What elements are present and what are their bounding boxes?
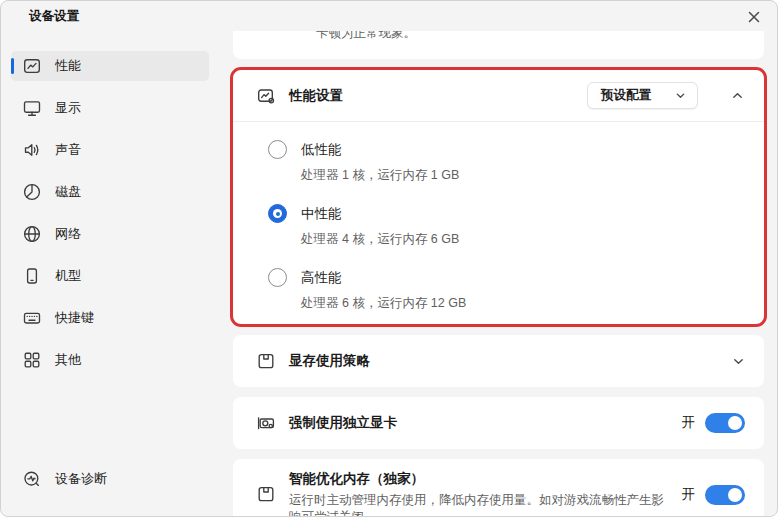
sidebar-item-other[interactable]: 其他 (11, 345, 209, 375)
force-discrete-gpu-card: 强制使用独立显卡 开 (233, 397, 764, 449)
memory-save-icon (256, 484, 276, 504)
sidebar-item-disk[interactable]: 磁盘 (11, 177, 209, 207)
smart-memory-title: 智能优化内存（独家） (289, 470, 669, 488)
sidebar-item-network[interactable]: 网络 (11, 219, 209, 249)
radio-medium-performance[interactable] (268, 204, 287, 223)
memory-toggle-switch[interactable] (705, 485, 745, 505)
vram-save-icon (256, 351, 276, 371)
performance-options: 低性能 处理器 1 核，运行内存 1 GB 中性能 处理器 4 核，运行内存 6… (233, 122, 764, 324)
sidebar-item-label: 网络 (55, 225, 81, 243)
radio-high-performance[interactable] (268, 268, 287, 287)
sidebar-item-shortcuts[interactable]: 快捷键 (11, 303, 209, 333)
toggle-knob (728, 488, 742, 502)
device-settings-window: 设备设置 性能 显示 声音 磁盘 网络 机型 (0, 0, 778, 517)
sidebar-item-label: 机型 (55, 267, 81, 285)
sidebar-item-performance[interactable]: 性能 (11, 51, 209, 81)
preset-config-label: 预设配置 (601, 87, 651, 104)
toggle-knob (728, 416, 742, 430)
sidebar-item-label: 其他 (55, 351, 81, 369)
option-label: 中性能 (301, 204, 459, 223)
sidebar-item-model[interactable]: 机型 (11, 261, 209, 291)
device-icon (22, 266, 42, 286)
vram-strategy-title: 显存使用策略 (289, 352, 370, 370)
diagnostics-icon (22, 469, 42, 489)
gpu-card-icon (256, 413, 276, 433)
chevron-up-icon (731, 89, 744, 102)
option-description: 处理器 1 核，运行内存 1 GB (301, 167, 459, 184)
window-title: 设备设置 (29, 8, 79, 25)
sidebar-item-diagnostics[interactable]: 设备诊断 (11, 464, 209, 494)
option-description: 处理器 4 核，运行内存 6 GB (301, 231, 459, 248)
performance-settings-title: 性能设置 (289, 87, 343, 105)
clipped-top-card: 卡顿为正常现象。 (233, 31, 764, 59)
collapse-section-button[interactable] (726, 85, 748, 107)
close-button[interactable] (743, 6, 765, 28)
sidebar-item-label: 设备诊断 (55, 470, 107, 488)
sidebar-item-label: 快捷键 (55, 309, 94, 327)
performance-chart-icon (22, 56, 42, 76)
globe-icon (22, 224, 42, 244)
force-discrete-gpu-title: 强制使用独立显卡 (289, 414, 397, 432)
option-low-performance[interactable]: 低性能 处理器 1 核，运行内存 1 GB (268, 140, 744, 184)
option-label: 低性能 (301, 140, 459, 159)
radio-low-performance[interactable] (268, 140, 287, 159)
chevron-down-icon[interactable] (732, 355, 745, 368)
pie-chart-icon (22, 182, 42, 202)
clipped-note-text: 卡顿为正常现象。 (316, 31, 416, 42)
vram-strategy-card[interactable]: 显存使用策略 (233, 335, 764, 387)
gpu-toggle-switch[interactable] (705, 413, 745, 433)
option-medium-performance[interactable]: 中性能 处理器 4 核，运行内存 6 GB (268, 204, 744, 248)
annotation-highlight-box: 性能设置 预设配置 低性能 处理器 1 核，运行内存 1 GB (230, 67, 767, 327)
smart-memory-description: 运行时主动管理内存使用，降低内存使用量。如对游戏流畅性产生影响可尝试关闭。 (289, 492, 669, 516)
memory-toggle-state-label: 开 (682, 486, 696, 504)
performance-settings-card: 性能设置 预设配置 低性能 处理器 1 核，运行内存 1 GB (233, 70, 764, 324)
sidebar-item-label: 显示 (55, 99, 81, 117)
sidebar-item-label: 声音 (55, 141, 81, 159)
option-description: 处理器 6 核，运行内存 12 GB (301, 295, 466, 312)
monitor-icon (22, 98, 42, 118)
sidebar-item-display[interactable]: 显示 (11, 93, 209, 123)
gpu-toggle-state-label: 开 (682, 414, 696, 432)
settings-scroll-area: 卡顿为正常现象。 性能设置 预设配置 (230, 31, 767, 516)
sidebar-item-sound[interactable]: 声音 (11, 135, 209, 165)
keyboard-icon (22, 308, 42, 328)
chevron-down-icon (675, 90, 686, 101)
smart-memory-card: 智能优化内存（独家） 运行时主动管理内存使用，降低内存使用量。如对游戏流畅性产生… (233, 459, 764, 516)
preset-config-dropdown[interactable]: 预设配置 (587, 82, 698, 109)
grid-icon (22, 350, 42, 370)
sidebar-item-label: 性能 (55, 57, 81, 75)
option-label: 高性能 (301, 268, 466, 287)
performance-gear-icon (256, 86, 276, 106)
close-icon (748, 11, 760, 23)
sidebar: 性能 显示 声音 磁盘 网络 机型 快捷键 其他 (1, 31, 223, 516)
sidebar-item-label: 磁盘 (55, 183, 81, 201)
titlebar: 设备设置 (1, 1, 777, 31)
option-high-performance[interactable]: 高性能 处理器 6 核，运行内存 12 GB (268, 268, 744, 312)
performance-settings-header[interactable]: 性能设置 预设配置 (233, 70, 764, 122)
speaker-icon (22, 140, 42, 160)
